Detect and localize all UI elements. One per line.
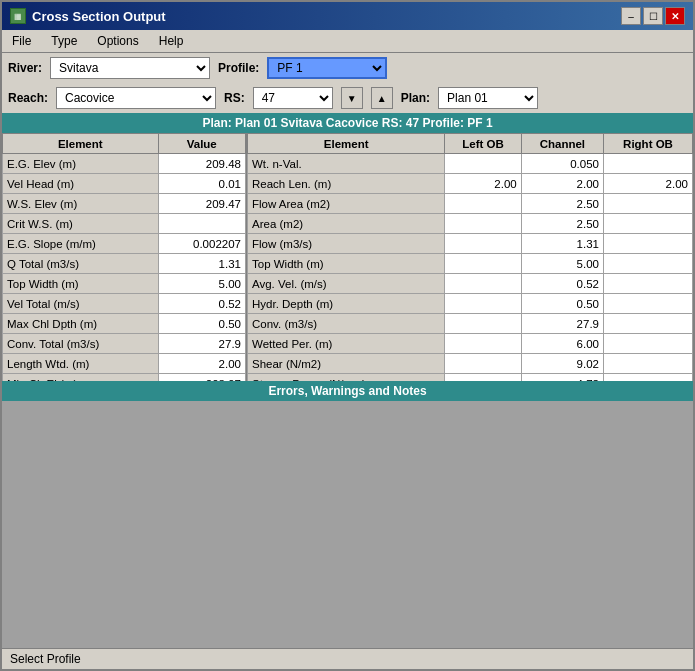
maximize-button[interactable]: ☐ bbox=[643, 7, 663, 25]
right-row-value bbox=[603, 194, 692, 214]
right-row-label: Conv. (m3/s) bbox=[248, 314, 445, 334]
river-select[interactable]: Svitava bbox=[50, 57, 210, 79]
toolbar-row-2: Reach: Cacovice RS: 47 ▼ ▲ Plan: Plan 01 bbox=[2, 83, 693, 113]
right-row-value: 6.00 bbox=[521, 334, 603, 354]
left-row-value: 209.47 bbox=[158, 194, 246, 214]
right-table-row: Hydr. Depth (m)0.50 bbox=[248, 294, 693, 314]
left-row-label: Min Ch El (m) bbox=[3, 374, 159, 381]
rs-up-button[interactable]: ▲ bbox=[371, 87, 393, 109]
left-row-value: 208.97 bbox=[158, 374, 246, 381]
right-row-label: Avg. Vel. (m/s) bbox=[248, 274, 445, 294]
menu-file[interactable]: File bbox=[6, 32, 37, 50]
right-row-label: Wetted Per. (m) bbox=[248, 334, 445, 354]
title-bar: ▦ Cross Section Output – ☐ ✕ bbox=[2, 2, 693, 30]
right-row-value bbox=[445, 294, 521, 314]
left-row-label: Vel Total (m/s) bbox=[3, 294, 159, 314]
right-row-value bbox=[445, 314, 521, 334]
right-row-value: 27.9 bbox=[521, 314, 603, 334]
left-row-label: W.S. Elev (m) bbox=[3, 194, 159, 214]
profile-select[interactable]: PF 1 bbox=[267, 57, 387, 79]
right-row-label: Top Width (m) bbox=[248, 254, 445, 274]
info-bar: Plan: Plan 01 Svitava Cacovice RS: 47 Pr… bbox=[2, 113, 693, 133]
right-row-value: 2.00 bbox=[603, 174, 692, 194]
rs-down-button[interactable]: ▼ bbox=[341, 87, 363, 109]
left-table-row: Vel Total (m/s)0.52 bbox=[3, 294, 246, 314]
right-row-value bbox=[603, 294, 692, 314]
right-table-row: Area (m2)2.50 bbox=[248, 214, 693, 234]
right-header-channel: Channel bbox=[521, 134, 603, 154]
right-table-row: Flow (m3/s)1.31 bbox=[248, 234, 693, 254]
right-row-value bbox=[445, 374, 521, 381]
window-title: Cross Section Output bbox=[32, 9, 166, 24]
right-row-value: 0.050 bbox=[521, 154, 603, 174]
left-row-label: Max Chl Dpth (m) bbox=[3, 314, 159, 334]
close-button[interactable]: ✕ bbox=[665, 7, 685, 25]
river-label: River: bbox=[8, 61, 42, 75]
left-table-row: Vel Head (m)0.01 bbox=[3, 174, 246, 194]
right-table-row: Flow Area (m2)2.50 bbox=[248, 194, 693, 214]
left-row-label: E.G. Elev (m) bbox=[3, 154, 159, 174]
right-table-row: Wetted Per. (m)6.00 bbox=[248, 334, 693, 354]
right-row-value: 9.02 bbox=[521, 354, 603, 374]
left-row-value: 0.002207 bbox=[158, 234, 246, 254]
left-table-row: W.S. Elev (m)209.47 bbox=[3, 194, 246, 214]
right-row-label: Shear (N/m2) bbox=[248, 354, 445, 374]
right-row-value bbox=[445, 334, 521, 354]
left-table-row: Max Chl Dpth (m)0.50 bbox=[3, 314, 246, 334]
right-row-label: Hydr. Depth (m) bbox=[248, 294, 445, 314]
right-row-value bbox=[445, 234, 521, 254]
right-header-element: Element bbox=[248, 134, 445, 154]
right-row-value bbox=[445, 254, 521, 274]
errors-bar: Errors, Warnings and Notes bbox=[2, 381, 693, 401]
menu-type[interactable]: Type bbox=[45, 32, 83, 50]
plan-select[interactable]: Plan 01 bbox=[438, 87, 538, 109]
right-row-label: Flow (m3/s) bbox=[248, 234, 445, 254]
right-row-label: Area (m2) bbox=[248, 214, 445, 234]
toolbar-row-1: River: Svitava Profile: PF 1 bbox=[2, 53, 693, 83]
left-row-label: Conv. Total (m3/s) bbox=[3, 334, 159, 354]
right-row-value bbox=[445, 154, 521, 174]
right-header-leftob: Left OB bbox=[445, 134, 521, 154]
reach-select[interactable]: Cacovice bbox=[56, 87, 216, 109]
left-header-value: Value bbox=[158, 134, 246, 154]
right-table-row: Avg. Vel. (m/s)0.52 bbox=[248, 274, 693, 294]
title-buttons: – ☐ ✕ bbox=[621, 7, 685, 25]
right-row-label: Stream Power (N/m s) bbox=[248, 374, 445, 381]
menu-options[interactable]: Options bbox=[91, 32, 144, 50]
right-table-row: Reach Len. (m)2.002.002.00 bbox=[248, 174, 693, 194]
left-table-row: Conv. Total (m3/s)27.9 bbox=[3, 334, 246, 354]
right-row-value bbox=[445, 274, 521, 294]
right-row-value: 2.50 bbox=[521, 194, 603, 214]
right-row-value: 5.00 bbox=[521, 254, 603, 274]
left-row-label: Vel Head (m) bbox=[3, 174, 159, 194]
left-table-row: E.G. Slope (m/m)0.002207 bbox=[3, 234, 246, 254]
left-row-label: Top Width (m) bbox=[3, 274, 159, 294]
minimize-button[interactable]: – bbox=[621, 7, 641, 25]
right-row-label: Reach Len. (m) bbox=[248, 174, 445, 194]
right-table-row: Top Width (m)5.00 bbox=[248, 254, 693, 274]
right-row-value: 1.31 bbox=[521, 234, 603, 254]
left-table-row: Top Width (m)5.00 bbox=[3, 274, 246, 294]
right-table: Element Left OB Channel Right OB Wt. n-V… bbox=[247, 133, 693, 381]
right-row-value bbox=[603, 234, 692, 254]
left-table: Element Value E.G. Elev (m)209.48Vel Hea… bbox=[2, 133, 247, 381]
menu-help[interactable]: Help bbox=[153, 32, 190, 50]
rs-select[interactable]: 47 bbox=[253, 87, 333, 109]
right-row-label: Flow Area (m2) bbox=[248, 194, 445, 214]
left-row-value: 2.00 bbox=[158, 354, 246, 374]
right-row-value bbox=[603, 214, 692, 234]
plan-label: Plan: bbox=[401, 91, 430, 105]
right-header-rightob: Right OB bbox=[603, 134, 692, 154]
left-row-label: Q Total (m3/s) bbox=[3, 254, 159, 274]
right-row-label: Wt. n-Val. bbox=[248, 154, 445, 174]
right-row-value bbox=[445, 354, 521, 374]
left-table-row: E.G. Elev (m)209.48 bbox=[3, 154, 246, 174]
status-bar: Select Profile bbox=[2, 648, 693, 669]
left-table-row: Crit W.S. (m) bbox=[3, 214, 246, 234]
right-row-value: 4.73 bbox=[521, 374, 603, 381]
left-header-element: Element bbox=[3, 134, 159, 154]
right-row-value bbox=[603, 354, 692, 374]
left-row-label: Crit W.S. (m) bbox=[3, 214, 159, 234]
right-row-value bbox=[603, 274, 692, 294]
right-table-row: Wt. n-Val.0.050 bbox=[248, 154, 693, 174]
